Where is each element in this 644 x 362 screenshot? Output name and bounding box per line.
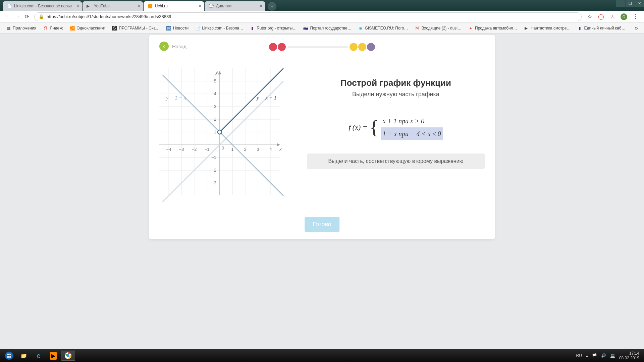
ru-flag-icon: 🇷🇺 (303, 26, 308, 31)
vk-icon: вк (166, 26, 171, 31)
bookmark-cabinet[interactable]: ▮Единый личный каб… (575, 24, 628, 32)
tick-label: 3 (257, 147, 259, 152)
tick-label: −2 (192, 147, 197, 152)
exercise-card: ‹ Назад (149, 35, 495, 239)
tick-label: −3 (211, 180, 216, 185)
bookmark-fantasy[interactable]: ▶Фантастика смотре… (521, 24, 574, 32)
function-label: y = x + 1 (256, 95, 277, 101)
flag-icon[interactable]: 🏳️ (592, 353, 597, 358)
bm-label: Яндекс (50, 26, 63, 31)
bm-label: Rutor org - открыты… (257, 26, 297, 31)
new-tab-button[interactable]: + (268, 2, 276, 11)
case-1[interactable]: x + 1 при x > 0 (381, 115, 443, 127)
hint-box: Выдели часть, соответствующую второму вы… (307, 154, 485, 169)
close-icon[interactable]: × (76, 3, 79, 9)
tab-youtube[interactable]: ▶ YouTube × (83, 1, 143, 11)
system-tray: RU ▴ 🏳️ 🔊 💻 17:14 08.02.2019 (576, 351, 642, 361)
person-ext-icon[interactable]: ⋏ (609, 13, 616, 20)
opera-ext-icon[interactable]: ◯ (598, 13, 604, 20)
bookmark-inbox[interactable]: MВходящие (2) - dusi… (412, 24, 464, 32)
tab-title: Linkzb.com - Безопасное польз (14, 4, 72, 8)
task-panel: Построй график функции Выдели нужную час… (307, 68, 485, 202)
bookmark-auto[interactable]: ●Продажа автомобил… (466, 24, 520, 32)
bookmarks-overflow[interactable]: » (632, 24, 641, 32)
ok-icon: OK (70, 26, 75, 31)
close-icon[interactable]: × (260, 3, 262, 9)
bookmark-rutor[interactable]: ▮Rutor org - открыты… (247, 24, 299, 32)
apps-button[interactable]: ▦Приложения (3, 24, 39, 32)
bm-label: Linkzb.com - Безопа… (202, 26, 243, 31)
tick-label: 2 (214, 117, 216, 122)
rutor-icon: ▮ (250, 26, 255, 31)
browser-tab-strip: 📄 Linkzb.com - Безопасное польз × ▶ YouT… (0, 0, 644, 11)
star-icon[interactable]: ☆ (586, 13, 593, 20)
page-icon: 📄 (7, 4, 11, 8)
language-indicator[interactable]: RU (576, 353, 582, 358)
bookmark-linkzb[interactable]: 📄Linkzb.com - Безопа… (193, 24, 246, 32)
tick-label: 3 (214, 104, 216, 109)
chrome-button[interactable] (61, 351, 75, 361)
graph-line-y1minusx[interactable] (163, 75, 283, 196)
progress-dot (350, 43, 358, 51)
play-icon: ▶ (524, 26, 529, 31)
profile-avatar[interactable]: О (621, 13, 627, 20)
gismeteo-icon: ◉ (358, 26, 363, 31)
brace-icon: { (370, 120, 379, 135)
clock[interactable]: 17:14 08.02.2019 (619, 351, 639, 361)
bm-label: Приложения (13, 26, 36, 31)
progress-dot (278, 43, 286, 51)
tick-label: −2 (211, 168, 216, 173)
url-input[interactable]: 🔒 https://uchi.ru/subject/1/students/hom… (34, 12, 582, 21)
address-bar: ← → ⟳ 🔒 https://uchi.ru/subject/1/studen… (0, 11, 644, 23)
tray-chevron-icon[interactable]: ▴ (586, 353, 588, 358)
tab-uchi[interactable]: 🟧 Uchi.ru × (144, 1, 204, 11)
case-2-highlighted[interactable]: 1 − x при − 4 < x ≤ 0 (381, 127, 443, 140)
windows-taskbar: 📁 e ▶ RU ▴ 🏳️ 🔊 💻 17:14 08.02.2019 (0, 349, 644, 362)
auto-icon: ● (468, 26, 473, 31)
fx-lhs: f (x) = (348, 123, 367, 132)
cabinet-icon: ▮ (577, 26, 582, 31)
svg-point-16 (5, 352, 13, 360)
lock-icon: 🔒 (39, 14, 44, 19)
function-label: y = 1 − x (165, 95, 186, 101)
minimize-button[interactable]: — (616, 0, 625, 7)
ie-button[interactable]: e (32, 351, 46, 361)
maximize-button[interactable]: ❐ (625, 0, 635, 7)
tab-dialogi[interactable]: 💬 Диалоги × (205, 1, 265, 11)
bookmark-gismeteo[interactable]: ◉GISMETEO.RU: Пого… (356, 24, 411, 32)
bookmark-programs[interactable]: SПРОГРАММЫ - Ска… (109, 24, 162, 32)
bookmark-portal[interactable]: 🇷🇺Портал государстве… (301, 24, 354, 32)
volume-icon[interactable]: 🔊 (601, 353, 606, 358)
window-controls: — ❐ ✕ (616, 0, 644, 7)
done-button[interactable]: Готово (305, 217, 339, 232)
apps-icon: ▦ (6, 26, 11, 31)
explorer-button[interactable]: 📁 (17, 351, 31, 361)
bookmark-news[interactable]: вкНовости (164, 24, 191, 32)
tick-label: 2 (244, 147, 246, 152)
progress-dot (358, 43, 366, 51)
bm-label: ПРОГРАММЫ - Ска… (119, 26, 160, 31)
bookmark-ok[interactable]: OKОдноклассники (67, 24, 108, 32)
tab-title: YouTube (94, 4, 110, 8)
tick-label: 0 (222, 145, 224, 150)
function-graph[interactable]: −4 −3 −2 −1 0 1 2 3 4 1 2 3 4 5 −1 −2 −3 (159, 68, 293, 202)
start-button[interactable] (2, 351, 16, 361)
chevron-left-icon: ‹ (159, 42, 169, 51)
close-icon[interactable]: × (138, 3, 140, 9)
reload-button[interactable]: ⟳ (22, 12, 32, 21)
back-button[interactable]: ← (3, 12, 13, 21)
function-definition: f (x) = { x + 1 при x > 0 1 − x при − 4 … (307, 115, 485, 140)
menu-icon[interactable]: ⋮ (632, 13, 639, 20)
yandex-icon: Я (43, 26, 48, 31)
bookmark-yandex[interactable]: ЯЯндекс (40, 24, 66, 32)
media-player-button[interactable]: ▶ (46, 351, 60, 361)
tick-label: −1 (211, 155, 216, 160)
tab-linkzb[interactable]: 📄 Linkzb.com - Безопасное польз × (3, 1, 82, 11)
bookmarks-bar: ▦Приложения ЯЯндекс OKОдноклассники SПРО… (0, 23, 644, 34)
forward-button[interactable]: → (13, 12, 22, 21)
axis-label: x (279, 147, 282, 152)
page-viewport: ‹ Назад (0, 34, 644, 349)
network-icon[interactable]: 💻 (610, 353, 615, 358)
close-icon[interactable]: × (199, 3, 201, 9)
close-window-button[interactable]: ✕ (635, 0, 644, 7)
